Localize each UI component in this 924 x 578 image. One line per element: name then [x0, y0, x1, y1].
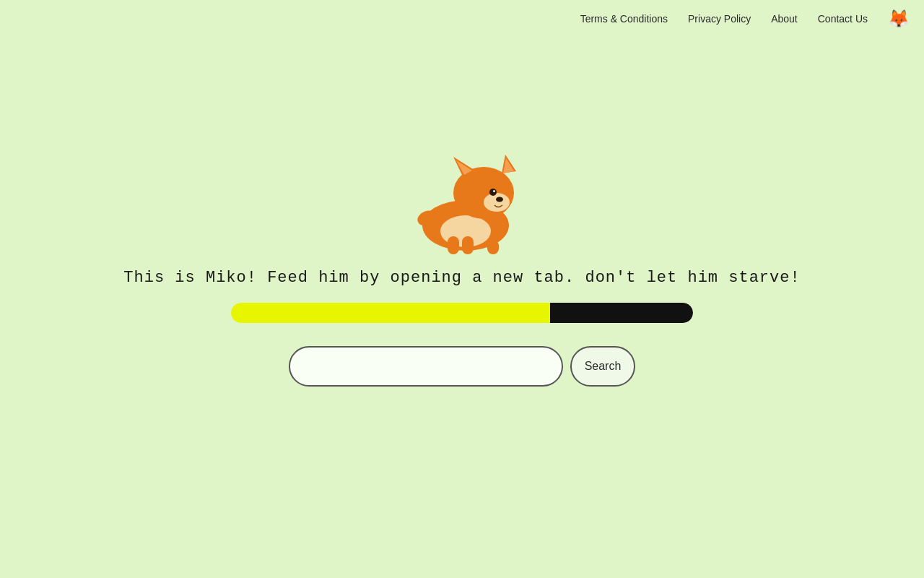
svg-point-2: [453, 167, 514, 219]
nav-privacy[interactable]: Privacy Policy: [688, 13, 751, 25]
progress-fill: [231, 303, 550, 323]
progress-empty: [550, 303, 693, 323]
svg-point-3: [484, 193, 510, 212]
nav-logo-icon: 🦊: [888, 9, 910, 29]
main-content: This is Miko! Feed him by opening a new …: [0, 124, 924, 387]
svg-rect-13: [487, 240, 499, 254]
search-row: Search: [289, 346, 635, 387]
hunger-progress-bar: [231, 303, 693, 323]
svg-point-5: [489, 189, 497, 196]
svg-point-6: [493, 190, 495, 192]
nav-about[interactable]: About: [771, 13, 798, 25]
corgi-image: [390, 124, 534, 254]
search-input[interactable]: [289, 346, 563, 387]
nav-terms[interactable]: Terms & Conditions: [580, 13, 668, 25]
svg-rect-11: [448, 236, 459, 254]
tagline-text: This is Miko! Feed him by opening a new …: [123, 269, 800, 287]
search-button[interactable]: Search: [570, 346, 635, 387]
navbar: Terms & Conditions Privacy Policy About …: [0, 0, 924, 38]
svg-rect-12: [462, 236, 474, 254]
svg-point-4: [496, 197, 503, 202]
nav-contact[interactable]: Contact Us: [818, 13, 868, 25]
